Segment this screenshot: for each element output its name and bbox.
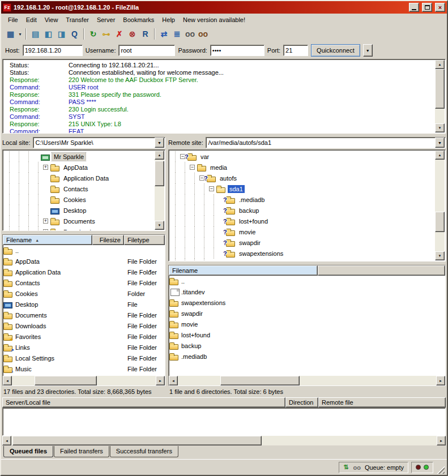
- remote-hscroll-thumb[interactable]: [220, 376, 300, 385]
- tree-item[interactable]: .mediadb: [170, 194, 445, 205]
- log-scrollbar[interactable]: ▲ ▼: [435, 60, 445, 132]
- password-input[interactable]: [210, 45, 264, 56]
- tree-item[interactable]: Application Data: [5, 173, 165, 183]
- tree-item[interactable]: Cookies: [5, 194, 165, 205]
- tree-item[interactable]: Contacts: [5, 183, 165, 194]
- local-hscroll-track[interactable]: [12, 376, 156, 385]
- file-row[interactable]: MusicFile Folder: [3, 363, 165, 374]
- menu-item-edit[interactable]: Edit: [22, 15, 41, 25]
- cancel-button[interactable]: ✗: [113, 28, 126, 40]
- remote-list-hscrollbar[interactable]: ◄ ►: [169, 376, 445, 385]
- tree-item[interactable]: dvd: [170, 259, 445, 261]
- queue-hscroll-thumb[interactable]: [12, 436, 262, 445]
- scroll-up-icon[interactable]: ▲: [155, 151, 164, 160]
- remote-tree-scrollbar-thumb[interactable]: [435, 212, 445, 232]
- file-row[interactable]: CookiesFolder: [3, 288, 165, 299]
- file-row[interactable]: Local SettingsFile Folder: [3, 353, 165, 363]
- scroll-left-icon[interactable]: ◄: [169, 376, 178, 385]
- file-row[interactable]: backup: [169, 340, 445, 351]
- column-header-remote-file[interactable]: Remote file: [318, 397, 446, 408]
- queue-body[interactable]: [2, 408, 446, 436]
- scroll-up-icon[interactable]: ▲: [435, 151, 445, 160]
- tree-item[interactable]: swapdir: [170, 237, 445, 248]
- toggle-remote-tree-button[interactable]: ◨: [55, 28, 68, 40]
- find-files-button[interactable]: oo: [197, 28, 210, 40]
- remote-hscroll-track[interactable]: [178, 376, 436, 385]
- site-manager-button[interactable]: ▦: [4, 28, 17, 40]
- scroll-down-icon[interactable]: ▼: [155, 221, 164, 230]
- menu-item-bookmarks[interactable]: Bookmarks: [119, 15, 158, 25]
- file-row[interactable]: .mediadb: [169, 351, 445, 362]
- menu-item-view[interactable]: View: [41, 15, 62, 25]
- expander-icon[interactable]: −: [190, 165, 195, 170]
- tree-item[interactable]: Desktop: [5, 205, 165, 216]
- remote-tree-scrollbar-track[interactable]: [435, 160, 445, 251]
- queue-hscroll-track[interactable]: [11, 436, 437, 445]
- local-path-combo[interactable]: C:\Users\Mr Sparkle\ ▼: [33, 137, 165, 148]
- refresh-button[interactable]: ↻: [87, 28, 100, 40]
- column-header-filename[interactable]: Filename▼: [169, 265, 318, 276]
- expander-icon[interactable]: +: [43, 218, 48, 224]
- tree-item[interactable]: lost+found: [170, 216, 445, 226]
- file-row[interactable]: swapextensions: [169, 297, 445, 308]
- menu-item-help[interactable]: Help: [158, 15, 179, 25]
- toggle-local-tree-button[interactable]: ◧: [42, 28, 55, 40]
- queue-view-icon[interactable]: oo: [353, 464, 360, 471]
- username-input[interactable]: [118, 45, 175, 56]
- tree-item[interactable]: +Downloads: [5, 226, 165, 231]
- queue-hscrollbar[interactable]: ◄ ►: [2, 436, 446, 445]
- tree-item[interactable]: +AppData: [5, 162, 165, 173]
- column-header-direction[interactable]: Direction: [285, 397, 318, 408]
- menu-item-server[interactable]: Server: [93, 15, 119, 25]
- port-input[interactable]: [283, 45, 308, 56]
- file-row[interactable]: FavoritesFile Folder: [3, 331, 165, 342]
- minimize-button[interactable]: [409, 3, 419, 12]
- file-row[interactable]: swapdir: [169, 308, 445, 319]
- maximize-button[interactable]: [422, 3, 432, 12]
- chevron-down-icon[interactable]: ▼: [155, 138, 164, 148]
- tree-item[interactable]: +Documents: [5, 216, 165, 226]
- file-row[interactable]: lost+found: [169, 329, 445, 340]
- host-input[interactable]: [23, 45, 83, 56]
- local-hscroll-thumb[interactable]: [35, 376, 97, 385]
- site-manager-button-dropdown[interactable]: ▾: [17, 28, 23, 40]
- file-row[interactable]: AppDataFile Folder: [3, 256, 165, 267]
- toggle-queue-button[interactable]: Q: [68, 28, 81, 40]
- tab-successful-transfers[interactable]: Successful transfers: [110, 446, 178, 457]
- filter-button[interactable]: ⇄: [157, 28, 170, 40]
- scroll-right-icon[interactable]: ►: [437, 436, 446, 445]
- transfer-activity-icon[interactable]: ⇅: [343, 464, 348, 471]
- local-list-hscrollbar[interactable]: ◄ ►: [3, 376, 165, 385]
- synchronized-browsing-button[interactable]: oo: [184, 28, 197, 40]
- local-tree-scrollbar[interactable]: ▲ ▼: [155, 151, 164, 230]
- tree-item[interactable]: −sda1: [170, 183, 445, 194]
- file-row[interactable]: ..: [3, 245, 165, 256]
- file-row[interactable]: DocumentsFile Folder: [3, 310, 165, 320]
- remote-path-combo[interactable]: /var/media/autofs/sda1 ▼: [206, 137, 446, 148]
- quickconnect-button[interactable]: Quickconnect: [311, 44, 360, 57]
- column-header-filename[interactable]: Filename▲: [3, 235, 92, 245]
- tree-item[interactable]: Mr Sparkle: [5, 151, 165, 162]
- tree-item[interactable]: −autofs: [170, 173, 445, 183]
- file-row[interactable]: .titandev: [169, 286, 445, 297]
- scroll-left-icon[interactable]: ◄: [3, 376, 12, 385]
- tab-failed-transfers[interactable]: Failed transfers: [54, 446, 109, 457]
- tree-item[interactable]: swapextensions: [170, 248, 445, 259]
- titlebar[interactable]: Fz 192.168.1.20 - root@192.168.1.20 - Fi…: [1, 1, 447, 14]
- scroll-right-icon[interactable]: ►: [156, 376, 165, 385]
- scroll-up-icon[interactable]: ▲: [435, 60, 445, 69]
- column-header-server-local-file[interactable]: Server/Local file: [2, 397, 285, 408]
- reconnect-button[interactable]: R: [139, 28, 152, 40]
- file-row[interactable]: ..: [169, 276, 445, 286]
- menu-item-file[interactable]: File: [4, 15, 22, 25]
- disconnect-button[interactable]: ⊗: [126, 28, 139, 40]
- tree-item[interactable]: −var: [170, 151, 445, 162]
- file-row[interactable]: ContactsFile Folder: [3, 277, 165, 288]
- file-row[interactable]: movie: [169, 319, 445, 329]
- tab-queued-files[interactable]: Queued files: [3, 446, 53, 457]
- expander-icon[interactable]: −: [209, 186, 214, 191]
- quickconnect-dropdown-button[interactable]: ▼: [363, 44, 373, 57]
- file-row[interactable]: LinksFile Folder: [3, 342, 165, 353]
- log-scrollbar-track[interactable]: [435, 69, 445, 123]
- local-tree-scrollbar-thumb[interactable]: [155, 161, 164, 186]
